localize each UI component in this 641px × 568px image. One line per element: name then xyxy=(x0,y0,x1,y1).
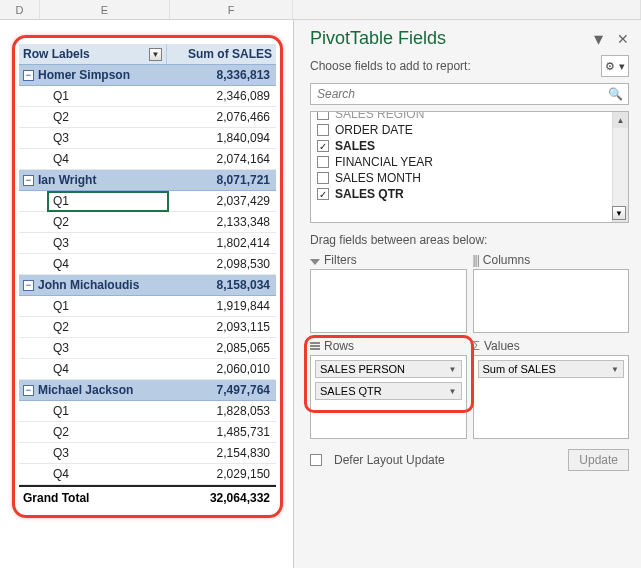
field-item[interactable]: ✓SALES QTR xyxy=(315,186,624,202)
pivot-detail-row[interactable]: Q22,093,115 xyxy=(19,317,276,338)
collapse-icon[interactable]: − xyxy=(23,175,34,186)
token-dropdown-icon[interactable]: ▼ xyxy=(611,365,619,374)
expand-fields-icon[interactable]: ▼ xyxy=(612,206,626,220)
search-icon: 🔍 xyxy=(608,87,623,101)
pivot-detail-row[interactable]: Q11,828,053 xyxy=(19,401,276,422)
pivot-group-row[interactable]: −Ian Wright8,071,721 xyxy=(19,170,276,191)
sigma-icon: Σ xyxy=(473,339,480,353)
rows-area[interactable]: Rows SALES PERSON▼SALES QTR▼ xyxy=(310,339,467,439)
field-checkbox[interactable]: ✓ xyxy=(317,188,329,200)
columns-area[interactable]: |||Columns xyxy=(473,253,630,333)
row-field-token[interactable]: SALES QTR▼ xyxy=(315,382,462,400)
pivot-detail-row[interactable]: Q31,802,414 xyxy=(19,233,276,254)
field-checkbox[interactable] xyxy=(317,124,329,136)
field-checkbox[interactable] xyxy=(317,156,329,168)
col-f[interactable]: F xyxy=(170,0,293,19)
pivot-detail-row[interactable]: Q32,154,830 xyxy=(19,443,276,464)
pane-title: PivotTable Fields xyxy=(310,28,446,49)
annotation-pivot-border: Row Labels ▼ Sum of SALES −Homer Simpson… xyxy=(12,35,283,518)
rows-icon xyxy=(310,342,320,350)
token-dropdown-icon[interactable]: ▼ xyxy=(449,387,457,396)
scroll-up-icon[interactable]: ▲ xyxy=(613,112,628,128)
pivot-group-row[interactable]: −Homer Simpson8,336,813 xyxy=(19,65,276,86)
pivot-detail-row[interactable]: Q31,840,094 xyxy=(19,128,276,149)
pivot-detail-row[interactable]: Q12,346,089 xyxy=(19,86,276,107)
field-checkbox[interactable] xyxy=(317,111,329,120)
values-area[interactable]: ΣValues Sum of SALES▼ xyxy=(473,339,630,439)
defer-layout-checkbox[interactable]: Defer Layout Update xyxy=(310,453,445,467)
collapse-icon[interactable]: − xyxy=(23,70,34,81)
search-input[interactable] xyxy=(310,83,629,105)
worksheet-area[interactable]: Row Labels ▼ Sum of SALES −Homer Simpson… xyxy=(0,20,293,568)
token-dropdown-icon[interactable]: ▼ xyxy=(449,365,457,374)
field-item[interactable]: ORDER DATE xyxy=(315,122,624,138)
col-e[interactable]: E xyxy=(40,0,170,19)
drag-fields-label: Drag fields between areas below: xyxy=(310,233,629,247)
value-field-token[interactable]: Sum of SALES▼ xyxy=(478,360,625,378)
pivot-detail-row[interactable]: Q42,074,164 xyxy=(19,149,276,170)
collapse-icon[interactable]: − xyxy=(23,280,34,291)
row-labels-dropdown-icon[interactable]: ▼ xyxy=(149,48,162,61)
field-list[interactable]: SALES REGIONORDER DATE✓SALESFINANCIAL YE… xyxy=(310,111,629,223)
pivot-header-row: Row Labels ▼ Sum of SALES xyxy=(19,44,276,65)
field-item[interactable]: ✓SALES xyxy=(315,138,624,154)
pivot-detail-row[interactable]: Q42,029,150 xyxy=(19,464,276,485)
pivot-detail-row[interactable]: Q42,060,010 xyxy=(19,359,276,380)
dropdown-icon[interactable]: ▾ xyxy=(594,34,603,44)
row-field-token[interactable]: SALES PERSON▼ xyxy=(315,360,462,378)
filter-icon xyxy=(310,253,320,267)
close-icon[interactable]: ✕ xyxy=(617,31,629,47)
col-d[interactable]: D xyxy=(0,0,40,19)
column-headers: D E F xyxy=(0,0,641,20)
pivottable-fields-pane: PivotTable Fields ▾ ✕ Choose fields to a… xyxy=(293,20,641,568)
field-item[interactable]: SALES MONTH xyxy=(315,170,624,186)
tools-button[interactable]: ⚙ ▾ xyxy=(601,55,629,77)
field-item[interactable]: FINANCIAL YEAR xyxy=(315,154,624,170)
defer-checkbox-box[interactable] xyxy=(310,454,322,466)
row-labels-header[interactable]: Row Labels ▼ xyxy=(19,44,167,64)
pivot-detail-row[interactable]: Q42,098,530 xyxy=(19,254,276,275)
pivot-detail-row[interactable]: Q12,037,429 xyxy=(19,191,276,212)
pivot-detail-row[interactable]: Q22,076,466 xyxy=(19,107,276,128)
grand-total-row: Grand Total 32,064,332 xyxy=(19,485,276,509)
pivot-detail-row[interactable]: Q21,485,731 xyxy=(19,422,276,443)
update-button[interactable]: Update xyxy=(568,449,629,471)
field-checkbox[interactable] xyxy=(317,172,329,184)
values-header: Sum of SALES xyxy=(167,44,276,64)
pivot-detail-row[interactable]: Q22,133,348 xyxy=(19,212,276,233)
pivot-detail-row[interactable]: Q32,085,065 xyxy=(19,338,276,359)
field-checkbox[interactable]: ✓ xyxy=(317,140,329,152)
pivot-detail-row[interactable]: Q11,919,844 xyxy=(19,296,276,317)
pivot-group-row[interactable]: −John Michaloudis8,158,034 xyxy=(19,275,276,296)
columns-icon: ||| xyxy=(473,253,479,267)
field-item[interactable]: SALES REGION xyxy=(315,111,624,122)
choose-fields-label: Choose fields to add to report: xyxy=(310,59,471,73)
pivot-group-row[interactable]: −Michael Jackson7,497,764 xyxy=(19,380,276,401)
collapse-icon[interactable]: − xyxy=(23,385,34,396)
filters-area[interactable]: Filters xyxy=(310,253,467,333)
